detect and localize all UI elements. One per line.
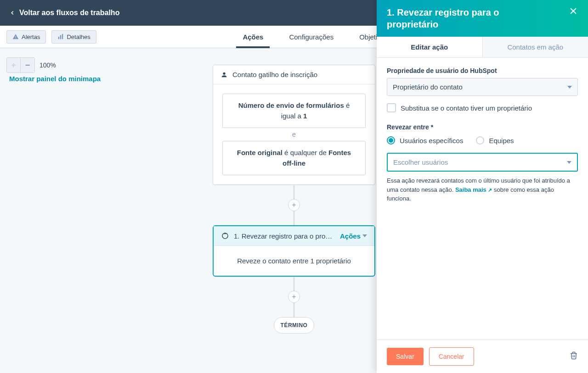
delete-action-button[interactable]	[570, 351, 578, 362]
show-minimap-link[interactable]: Mostrar painel do minimapa	[9, 75, 101, 83]
zoom-out-button[interactable]: −	[21, 58, 34, 72]
overwrite-owner-checkbox[interactable]	[387, 103, 396, 112]
learn-more-label: Saiba mais	[455, 186, 486, 193]
alerts-button[interactable]: Alertas	[6, 30, 46, 44]
rotate-between-label: Revezar entre *	[387, 123, 578, 131]
radio-teams-label: Equipes	[489, 137, 514, 145]
details-button[interactable]: Detalhes	[51, 30, 96, 44]
radio-input-users[interactable]	[387, 136, 395, 145]
panel-footer: Salvar Cancelar	[377, 340, 588, 373]
connector-line	[294, 277, 294, 291]
radio-teams[interactable]: Equipes	[476, 136, 514, 145]
connector-line	[294, 302, 294, 317]
condition-2[interactable]: Fonte original é qualquer de Fontes off-…	[222, 141, 366, 175]
owner-property-select[interactable]: Proprietário do contato	[387, 78, 578, 96]
condition-separator: e	[222, 128, 366, 141]
svg-point-3	[223, 72, 225, 74]
contact-icon	[220, 71, 228, 78]
condition-1[interactable]: Número de envio de formulários é igual a…	[222, 94, 366, 128]
tab-settings[interactable]: Configurações	[289, 26, 334, 48]
rotate-owner-action-node[interactable]: 1. Revezar registro para o propriet... A…	[213, 225, 375, 277]
save-button[interactable]: Salvar	[387, 348, 424, 365]
action-node-title: 1. Revezar registro para o propriet...	[234, 232, 335, 240]
overwrite-owner-label: Substitua se o contato tiver um propriet…	[401, 104, 532, 112]
svg-rect-0	[58, 37, 59, 39]
add-action-button[interactable]: +	[288, 291, 300, 303]
cancel-button[interactable]: Cancelar	[429, 347, 474, 366]
cond2-prop: Fonte original	[237, 149, 283, 156]
bar-chart-icon	[57, 33, 64, 40]
connector-line	[294, 185, 294, 200]
add-action-button[interactable]: +	[288, 199, 300, 211]
help-text: Essa ação revezará contatos com o último…	[387, 176, 578, 203]
learn-more-link[interactable]: Saiba mais ↗	[455, 186, 494, 193]
svg-point-4	[222, 233, 228, 239]
chevron-left-icon	[9, 10, 16, 16]
radio-specific-users[interactable]: Usuários específicos	[387, 136, 463, 145]
cond1-val: 1	[303, 112, 307, 120]
panel-header: 1. Revezar registro para o proprietário	[377, 0, 588, 37]
panel-title-text: Revezar registro para o proprietário	[387, 7, 499, 29]
enrollment-trigger-node[interactable]: Contato gatilho de inscrição Número de e…	[213, 65, 375, 185]
radio-users-label: Usuários específicos	[400, 137, 463, 145]
zoom-in-button[interactable]: +	[7, 58, 21, 72]
svg-rect-2	[62, 34, 63, 39]
back-to-workflows-link[interactable]: Voltar aos fluxos de trabalho	[9, 9, 119, 17]
radio-input-teams[interactable]	[476, 136, 484, 145]
alerts-label: Alertas	[22, 33, 40, 40]
svg-rect-1	[60, 35, 61, 39]
back-label: Voltar aos fluxos de trabalho	[19, 9, 119, 17]
action-dropdown[interactable]: Ações	[340, 232, 367, 240]
action-node-body: Reveze o contato entre 1 proprietário	[214, 246, 374, 276]
choose-users-select[interactable]: Escolher usuários	[387, 153, 578, 172]
external-link-icon: ↗	[488, 187, 492, 193]
trigger-title: Contato gatilho de inscrição	[232, 71, 317, 78]
tab-actions[interactable]: Ações	[243, 26, 263, 48]
cond2-mid: é qualquer de	[283, 149, 328, 156]
action-dropdown-label: Ações	[340, 232, 361, 240]
warning-icon	[12, 33, 19, 40]
connector-line	[294, 211, 294, 225]
end-node: TÉRMINO	[274, 317, 315, 334]
zoom-percent: 100%	[40, 61, 56, 69]
close-panel-button[interactable]	[569, 6, 578, 18]
chevron-down-icon	[567, 86, 572, 89]
details-label: Detalhes	[67, 33, 90, 40]
chevron-down-icon	[362, 234, 367, 237]
hubspot-user-property-label: Propriedade de usuário do HubSpot	[387, 67, 578, 74]
panel-tab-edit[interactable]: Editar ação	[377, 37, 483, 57]
trash-icon	[570, 351, 578, 360]
choose-users-placeholder: Escolher usuários	[393, 158, 448, 166]
close-icon	[569, 6, 578, 16]
panel-tab-contacts[interactable]: Contatos em ação	[483, 37, 588, 57]
rotate-icon	[221, 232, 229, 240]
chevron-down-icon	[567, 161, 571, 164]
panel-title-number: 1.	[387, 7, 395, 17]
action-side-panel: 1. Revezar registro para o proprietário …	[377, 0, 588, 373]
cond1-prop: Número de envio de formulários	[238, 101, 344, 109]
owner-property-value: Proprietário do contato	[393, 83, 463, 91]
